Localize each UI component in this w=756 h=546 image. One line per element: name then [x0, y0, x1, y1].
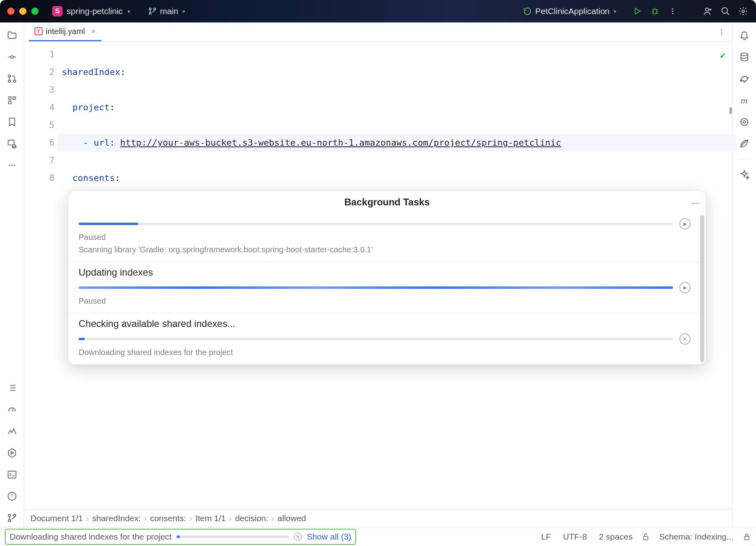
profiler-tool-button[interactable]: [3, 422, 21, 440]
folder-icon: [7, 30, 17, 41]
close-tab-button[interactable]: ✕: [91, 28, 96, 35]
commit-tool-button[interactable]: [3, 48, 21, 66]
settings-button[interactable]: [735, 3, 751, 19]
minimize-popup-button[interactable]: —: [691, 198, 699, 207]
show-all-tasks-link[interactable]: Show all (3): [307, 532, 351, 542]
kebab-icon: [669, 7, 677, 15]
svg-point-1: [149, 12, 151, 14]
commit-icon: [7, 52, 17, 62]
warning-icon: [7, 491, 17, 501]
svg-rect-14: [8, 97, 11, 99]
coverage-rail-button[interactable]: [736, 113, 753, 131]
indent-widget[interactable]: 2 spaces: [596, 532, 636, 542]
svg-rect-33: [644, 536, 648, 540]
debug-button[interactable]: [647, 3, 663, 19]
content-area: Y intellij.yaml ✕ ✔ 1 2 3 4 5 6: [0, 22, 756, 527]
svg-point-30: [741, 53, 748, 56]
vcs-branch-selector[interactable]: main ▾: [148, 6, 185, 16]
popup-header: Background Tasks —: [68, 191, 706, 213]
task-detail: Downloading shared indexes for the proje…: [79, 348, 691, 357]
code-with-me-button[interactable]: [700, 3, 716, 19]
line-number: 4: [24, 99, 55, 116]
line-separator-widget[interactable]: LF: [538, 532, 554, 542]
svg-point-5: [672, 10, 673, 12]
dashboard-tool-button[interactable]: [3, 401, 21, 418]
maximize-window-button[interactable]: [31, 8, 39, 15]
problems-tool-button[interactable]: [3, 487, 21, 505]
database-tool-button[interactable]: [3, 135, 21, 152]
pull-requests-button[interactable]: [3, 70, 21, 87]
task-item: Updating indexes ▶ Paused: [68, 262, 706, 313]
run-button[interactable]: [629, 3, 645, 19]
project-tool-button[interactable]: [3, 26, 21, 44]
person-plus-icon: [703, 6, 713, 16]
play-icon: [633, 7, 642, 16]
readonly-toggle[interactable]: [641, 532, 650, 541]
breadcrumb-item[interactable]: Item 1/1: [195, 514, 226, 523]
list-icon: [7, 383, 17, 393]
cancel-task-button[interactable]: ✕: [679, 333, 691, 345]
git-tool-button[interactable]: [3, 509, 21, 527]
line-number: 2: [24, 63, 55, 81]
editor-tab[interactable]: Y intellij.yaml ✕: [29, 22, 101, 41]
resume-task-button[interactable]: ▶: [679, 218, 691, 229]
breadcrumb-item[interactable]: decision:: [235, 514, 268, 523]
ai-assistant-button[interactable]: [736, 166, 753, 183]
notifications-tool-button[interactable]: [736, 26, 753, 44]
svg-point-31: [741, 118, 748, 125]
readonly-indicator[interactable]: [742, 532, 751, 541]
terminal-tool-button[interactable]: [3, 466, 21, 483]
more-tool-button[interactable]: [3, 156, 21, 174]
maven-rail-button[interactable]: m: [736, 91, 753, 109]
bookmarks-tool-button[interactable]: [3, 113, 21, 131]
gutter: 1 2 3 4 5 6 7 8: [24, 42, 62, 509]
database-rail-button[interactable]: [736, 48, 753, 66]
tab-options-button[interactable]: [711, 22, 732, 41]
maven-icon: m: [741, 95, 748, 106]
line-number: 3: [24, 81, 55, 99]
graph-icon: [7, 426, 17, 436]
line-number: 5: [24, 116, 55, 134]
task-title: Checking available shared indexes...: [79, 318, 691, 329]
task-title: Updating indexes: [79, 267, 691, 278]
spring-rail-button[interactable]: [736, 135, 753, 152]
project-icon: S: [52, 6, 63, 16]
rerun-icon: [523, 7, 532, 16]
task-status: Paused: [79, 296, 691, 306]
todo-tool-button[interactable]: [3, 379, 21, 397]
close-window-button[interactable]: [7, 8, 14, 15]
gradle-rail-button[interactable]: [736, 70, 753, 87]
ide-window: S spring-petclinic ▾ main ▾ PetClinicApp…: [0, 0, 756, 546]
svg-point-0: [149, 8, 151, 10]
status-bar: Downloading shared indexes for the proje…: [0, 527, 756, 546]
svg-point-28: [721, 31, 722, 32]
chevron-down-icon: ▾: [128, 8, 130, 14]
line-number: 7: [24, 152, 55, 169]
breadcrumb-item[interactable]: Document 1/1: [30, 514, 83, 523]
svg-point-2: [154, 8, 156, 10]
svg-point-13: [13, 80, 15, 82]
project-selector[interactable]: S spring-petclinic ▾: [49, 4, 134, 18]
status-task-widget[interactable]: Downloading shared indexes for the proje…: [5, 529, 356, 545]
progress-bar: [79, 338, 673, 340]
bookmark-icon: [7, 117, 17, 127]
search-everywhere-button[interactable]: [717, 3, 734, 19]
run-configuration-selector[interactable]: PetClinicApplication ▾: [523, 6, 616, 16]
resume-task-button[interactable]: ▶: [679, 282, 691, 293]
search-icon: [721, 6, 730, 16]
progress-bar: [79, 223, 673, 225]
structure-tool-button[interactable]: [3, 91, 21, 109]
schema-widget[interactable]: Schema: Indexing...: [656, 532, 737, 542]
breadcrumb-item[interactable]: consents:: [150, 514, 186, 523]
breadcrumb-item[interactable]: allowed: [278, 514, 306, 523]
popup-scrollbar[interactable]: [700, 215, 704, 362]
more-actions-button[interactable]: [665, 3, 681, 19]
editor-area: Y intellij.yaml ✕ ✔ 1 2 3 4 5 6: [24, 22, 732, 527]
build-tool-button[interactable]: [3, 444, 21, 462]
window-db-icon: [7, 138, 17, 149]
encoding-widget[interactable]: UTF-8: [560, 532, 590, 542]
cancel-status-task-button[interactable]: ⓧ: [294, 531, 302, 542]
breadcrumb-item[interactable]: sharedIndex:: [92, 514, 141, 523]
branch-icon: [148, 7, 157, 16]
minimize-window-button[interactable]: [19, 8, 26, 15]
